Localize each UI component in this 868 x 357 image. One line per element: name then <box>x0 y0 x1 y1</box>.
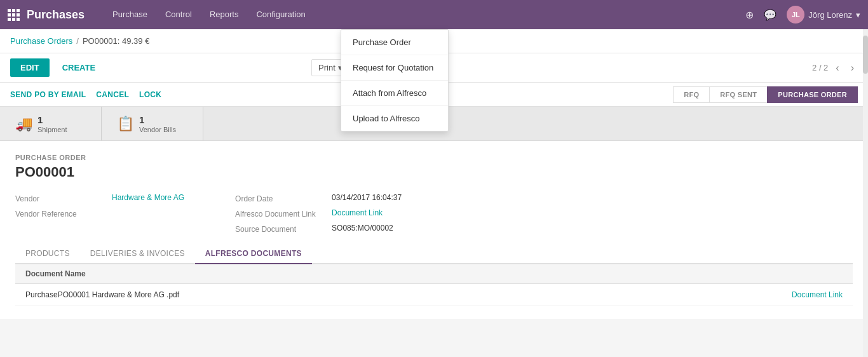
order-date-value: 03/14/2017 16:04:37 <box>332 193 402 202</box>
globe-icon[interactable]: ⊕ <box>745 9 754 21</box>
dropdown-item-upload-alfresco[interactable]: Upload to Alfresco <box>341 106 448 131</box>
bills-icon: 📋 <box>117 116 134 132</box>
tab-deliveries[interactable]: DELIVERIES & INVOICES <box>80 244 195 264</box>
status-tab-purchase-order[interactable]: PURCHASE ORDER <box>767 86 858 103</box>
form-section-title: Purchase Order <box>15 154 853 161</box>
doc-name-cell: PurchasePO00001 Hardware & More AG .pdf <box>25 290 792 299</box>
print-label: Print <box>318 63 336 72</box>
status-tab-rfq[interactable]: RFQ <box>673 86 709 103</box>
status-tabs: RFQ RFQ SENT PURCHASE ORDER <box>673 86 858 103</box>
order-date-field: Order Date 03/14/2017 16:04:37 <box>235 193 402 203</box>
cancel-button[interactable]: CANCEL <box>96 90 129 99</box>
shipment-label: Shipment <box>37 126 67 133</box>
print-dropdown: Purchase Order Request for Quotation Att… <box>341 29 449 131</box>
truck-icon: 🚚 <box>15 116 32 132</box>
source-doc-label: Source Document <box>235 224 324 234</box>
vendor-ref-field: Vendor Reference <box>15 208 184 219</box>
table-header-name: Document Name <box>25 269 86 278</box>
scrollbar-thumb[interactable] <box>863 36 868 74</box>
vendor-value[interactable]: Hardware & More AG <box>112 193 184 202</box>
page-navigation: 2 / 2 ‹ › <box>812 61 858 75</box>
create-button[interactable]: CREATE <box>55 58 103 77</box>
doc-link-cell[interactable]: Document Link <box>792 290 843 299</box>
vendor-bills-label: Vendor Bills <box>139 126 176 133</box>
tab-products[interactable]: PRODUCTS <box>15 244 80 264</box>
edit-button[interactable]: EDIT <box>10 58 50 77</box>
prev-page-button[interactable]: ‹ <box>832 61 843 75</box>
order-date-label: Order Date <box>235 193 324 203</box>
vendor-ref-label: Vendor Reference <box>15 208 104 219</box>
user-menu[interactable]: JL Jörg Lorenz ▾ <box>787 6 860 24</box>
nav-purchase[interactable]: Purchase <box>104 0 156 29</box>
dropdown-item-attach-alfresco[interactable]: Attach from Alfresco <box>341 81 448 106</box>
table-header: Document Name <box>15 264 853 284</box>
vendor-bills-count: 1 <box>139 114 176 126</box>
tab-alfresco[interactable]: ALFRESCO DOCUMENTS <box>195 244 312 264</box>
source-doc-value: SO085:MO/00002 <box>332 224 393 232</box>
topbar: Purchases Purchase Control Reports Confi… <box>0 0 868 29</box>
send-po-button[interactable]: SEND PO BY EMAIL <box>10 90 86 99</box>
apps-icon[interactable] <box>8 9 20 21</box>
alfresco-doc-value[interactable]: Document Link <box>332 208 383 217</box>
vendor-label: Vendor <box>15 193 104 203</box>
table-row: PurchasePO00001 Hardware & More AG .pdf … <box>15 284 853 306</box>
alfresco-doc-label: Alfresco Document Link <box>235 208 324 219</box>
breadcrumb-current: PO00001: 49.39 € <box>83 36 150 46</box>
breadcrumb-separator: / <box>76 36 79 46</box>
content-tabs: PRODUCTS DELIVERIES & INVOICES ALFRESCO … <box>15 244 853 264</box>
lock-button[interactable]: LOCK <box>139 90 161 99</box>
user-dropdown-icon: ▾ <box>856 10 860 20</box>
user-name: Jörg Lorenz <box>808 10 852 20</box>
avatar: JL <box>787 6 804 24</box>
shipment-button[interactable]: 🚚 1 Shipment <box>0 107 102 140</box>
chat-icon[interactable]: 💬 <box>764 9 776 21</box>
page-display: 2 / 2 <box>812 63 828 72</box>
document-table: Document Name PurchasePO00001 Hardware &… <box>15 264 853 306</box>
source-doc-field: Source Document SO085:MO/00002 <box>235 224 402 234</box>
dropdown-item-rfq[interactable]: Request for Quotation <box>341 55 448 81</box>
app-title: Purchases <box>27 8 85 22</box>
next-page-button[interactable]: › <box>847 61 858 75</box>
top-nav: Purchase Control Reports Configuration <box>104 0 315 29</box>
alfresco-doc-field: Alfresco Document Link Document Link <box>235 208 402 219</box>
form-col-right: Order Date 03/14/2017 16:04:37 Alfresco … <box>235 193 402 234</box>
form-row-1: Vendor Hardware & More AG Vendor Referen… <box>15 193 853 234</box>
form-col-left: Vendor Hardware & More AG Vendor Referen… <box>15 193 184 234</box>
vendor-field: Vendor Hardware & More AG <box>15 193 184 203</box>
nav-control[interactable]: Control <box>156 0 201 29</box>
scrollbar-track[interactable] <box>863 29 868 357</box>
status-tab-rfq-sent[interactable]: RFQ SENT <box>709 86 767 103</box>
dropdown-item-purchase-order[interactable]: Purchase Order <box>341 30 448 55</box>
po-number: PO00001 <box>15 164 853 180</box>
breadcrumb-parent[interactable]: Purchase Orders <box>10 36 72 46</box>
topbar-right: ⊕ 💬 JL Jörg Lorenz ▾ <box>745 6 860 24</box>
nav-reports[interactable]: Reports <box>201 0 248 29</box>
vendor-bills-button[interactable]: 📋 1 Vendor Bills <box>102 107 203 140</box>
shipment-count: 1 <box>37 114 67 126</box>
form-area: Purchase Order PO00001 Vendor Hardware &… <box>0 141 868 319</box>
nav-configuration[interactable]: Configuration <box>247 0 314 29</box>
